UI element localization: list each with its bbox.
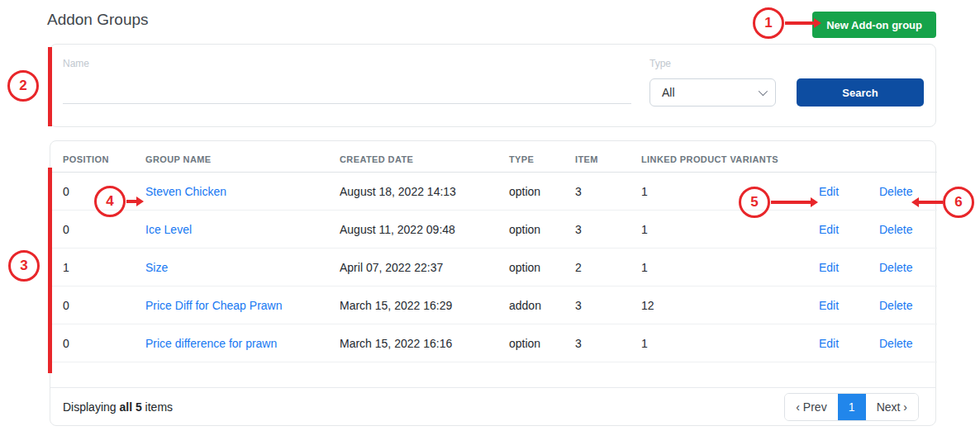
cell-position: 0 [50,324,133,362]
group-name-link[interactable]: Size [145,261,168,274]
cell-created-date: August 11, 2022 09:48 [327,211,497,249]
delete-link[interactable]: Delete [879,223,912,236]
addon-groups-table-card: POSITION GROUP NAME CREATED DATE TYPE IT… [50,140,936,426]
annotation-bar-table-rows [48,168,52,373]
type-select-value: All [662,86,675,99]
type-field-label: Type [649,58,671,69]
column-header-created-date: CREATED DATE [327,154,497,173]
edit-link[interactable]: Edit [819,337,839,350]
table-row: 0 Ice Level August 11, 2022 09:48 option… [50,211,937,249]
cell-linked-product-variants: 1 [629,211,806,249]
edit-link[interactable]: Edit [819,299,839,312]
table-row: 0 Steven Chicken August 18, 2022 14:13 o… [50,173,937,211]
delete-link[interactable]: Delete [879,299,912,312]
cell-position: 0 [50,211,133,249]
cell-type: option [497,173,563,211]
annotation-circle-4: 4 [94,186,126,217]
cell-type: option [497,211,563,249]
name-input[interactable] [63,73,631,104]
annotation-arrow-4 [126,200,136,203]
cell-type: option [497,324,563,362]
annotation-arrow-1 [785,21,814,25]
edit-link[interactable]: Edit [819,185,839,198]
column-header-group-name: GROUP NAME [133,154,327,173]
cell-position: 1 [50,249,133,286]
annotation-arrow-6 [919,201,943,204]
delete-link[interactable]: Delete [879,261,912,274]
column-header-type: TYPE [497,154,563,173]
annotation-circle-6: 6 [943,187,974,218]
page-title: Addon Groups [47,11,149,29]
cell-linked-product-variants: 1 [629,249,806,286]
current-page-button[interactable]: 1 [838,394,866,420]
group-name-link[interactable]: Price Diff for Cheap Prawn [145,299,282,312]
pagination: ‹ Prev 1 Next › [784,393,919,421]
cell-type: addon [497,286,563,324]
table-header-row: POSITION GROUP NAME CREATED DATE TYPE IT… [50,154,937,173]
cell-item: 3 [563,286,629,324]
cell-item: 3 [563,211,629,249]
table-row: 1 Size April 07, 2022 22:37 option 2 1 E… [50,249,937,286]
new-addon-group-button[interactable]: New Add-on group [812,12,936,38]
cell-created-date: March 15, 2022 16:29 [327,286,497,324]
column-header-actions-2 [867,154,937,173]
cell-item: 2 [563,249,629,286]
cell-created-date: March 15, 2022 16:16 [327,324,497,362]
annotation-circle-2: 2 [7,70,39,102]
cell-created-date: August 18, 2022 14:13 [327,173,497,211]
table-row: 0 Price Diff for Cheap Prawn March 15, 2… [50,286,937,324]
annotation-bar-filter-card [48,47,52,126]
filter-card: Name Type All Search [50,44,936,127]
group-name-link[interactable]: Ice Level [145,223,192,236]
type-select[interactable]: All [649,78,776,107]
next-page-button[interactable]: Next › [866,394,918,420]
delete-link[interactable]: Delete [879,185,912,198]
displaying-items-text: Displaying all 5 items [63,400,173,414]
group-name-link[interactable]: Steven Chicken [145,185,226,198]
group-name-link[interactable]: Price difference for prawn [145,337,277,350]
annotation-circle-1: 1 [753,7,784,39]
addon-groups-page: Addon Groups New Add-on group Name Type … [0,0,980,445]
cell-created-date: April 07, 2022 22:37 [327,249,497,286]
annotation-arrow-5 [771,201,811,204]
annotation-circle-3: 3 [8,250,40,282]
search-button[interactable]: Search [797,78,924,107]
cell-linked-product-variants: 12 [629,286,806,324]
cell-type: option [497,249,563,286]
name-field-label: Name [63,58,89,69]
table-row: 0 Price difference for prawn March 15, 2… [50,324,937,362]
column-header-item: ITEM [563,154,629,173]
cell-position: 0 [50,286,133,324]
addon-groups-table: POSITION GROUP NAME CREATED DATE TYPE IT… [50,154,937,362]
column-header-linked-product-variants: LINKED PRODUCT VARIANTS [629,154,806,173]
edit-link[interactable]: Edit [819,223,839,236]
annotation-circle-5: 5 [739,187,770,218]
chevron-down-icon [759,87,768,96]
cell-item: 3 [563,173,629,211]
column-header-actions-1 [806,154,867,173]
cell-linked-product-variants: 1 [629,173,806,211]
cell-item: 3 [563,324,629,362]
edit-link[interactable]: Edit [819,261,839,274]
delete-link[interactable]: Delete [879,337,912,350]
column-header-position: POSITION [50,154,133,173]
table-footer: Displaying all 5 items ‹ Prev 1 Next › [50,387,935,425]
prev-page-button[interactable]: ‹ Prev [785,394,837,420]
cell-linked-product-variants: 1 [629,324,806,362]
